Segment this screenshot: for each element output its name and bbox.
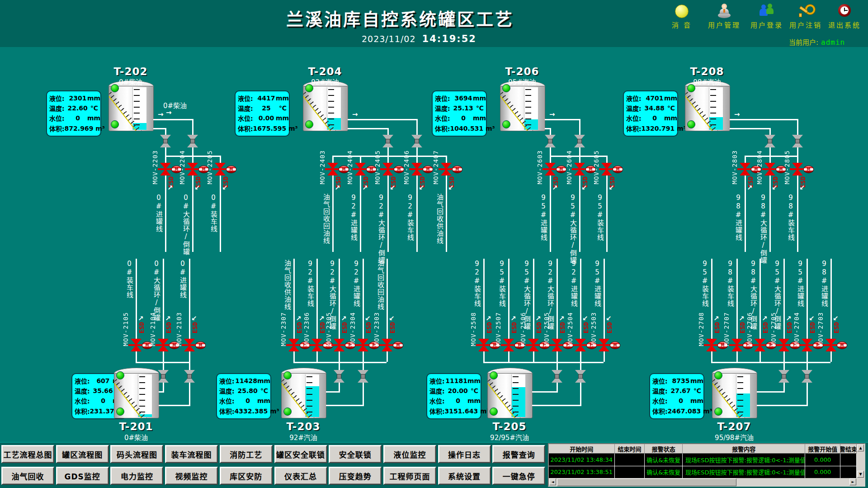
mov-status-indicator[interactable]: M (393, 341, 403, 349)
volume-label: 体积: (219, 407, 235, 416)
tank-title-T-202: T-202 (99, 66, 162, 77)
footer-button-r2-c9[interactable]: 系统设置 (438, 467, 491, 485)
mov-valve-bar (309, 344, 325, 346)
alarm-hscrollbar[interactable]: ◄► (549, 478, 857, 486)
current-user-name: admin (821, 38, 845, 47)
mov-tag-MOV-2708: MOV-2708 (698, 312, 705, 346)
esd-tag: ESD (713, 322, 721, 333)
databox-row-temp: 温度:25.80℃ (219, 386, 268, 396)
mov-valve-bar (599, 168, 614, 170)
mute-button[interactable]: 消 音 (668, 5, 695, 29)
footer-button-r2-c6[interactable]: 仪表汇总 (274, 467, 327, 485)
alarm-vscrollbar[interactable]: ▲▼ (857, 444, 864, 478)
mov-status-indicator[interactable]: M (226, 166, 236, 173)
mov-valve-bar (182, 344, 197, 346)
users-icon (759, 4, 774, 18)
pipe-horizontal (348, 119, 418, 120)
water-label: 水位: (238, 114, 257, 123)
footer-button-r2-c10[interactable]: 一键急停 (492, 467, 545, 485)
volume-value: 1675.595 m³ (253, 125, 298, 132)
page-title: 兰溪油库自控系统罐区工艺 (253, 5, 547, 30)
footer-button-r2-c5[interactable]: 库区安防 (220, 467, 273, 485)
temp-unit: ℃ (258, 387, 268, 394)
level-unit: mm (276, 95, 287, 102)
alarm-row[interactable]: 2023/11/02 13:48:34确认&未恢复现场ESD按钮按下报警:报警逻… (549, 454, 857, 466)
footer-button-r2-c8[interactable]: 工程师页面 (383, 467, 436, 485)
mov-status-indicator[interactable]: M (452, 166, 462, 173)
manual-valve (574, 135, 585, 147)
tank-product-T-207: 95/98#汽油 (703, 432, 766, 442)
tank-T-204 (303, 86, 348, 131)
footer-button-r1-c3[interactable]: 码头流程图 (110, 445, 163, 463)
flow-arrow-icon: ↗ (362, 184, 368, 192)
footer-button-r1-c8[interactable]: 液位监控 (383, 445, 436, 463)
mute-lamp-icon[interactable] (675, 5, 689, 18)
level-label: 液位: (435, 94, 454, 103)
volume-label: 体积: (435, 124, 450, 133)
databox-row-water: 水位:0mm (219, 396, 268, 406)
footer-button-r1-c5[interactable]: 消防工艺 (220, 445, 273, 463)
user-login-button[interactable]: 用户登录 (746, 4, 788, 29)
footer-button-r1-c2[interactable]: 罐区流程图 (56, 445, 109, 463)
tank-status-light-top (714, 371, 722, 379)
current-user: 当前用户:admin (789, 37, 845, 47)
mov-tag-MOV-2204: MOV-2204 (179, 150, 186, 184)
tank-product-T-208: 98#汽油 (675, 77, 739, 86)
scroll-right-button[interactable]: ► (849, 479, 856, 485)
flow-arrow-icon: ↗ (165, 314, 171, 322)
manual-valve-stem (190, 139, 195, 143)
temp-label: 温度: (435, 104, 453, 113)
water-unit: mm (473, 114, 484, 122)
mov-valve-bar (380, 168, 396, 170)
flow-arrow-icon: ↙ (365, 314, 371, 322)
mov-tag-MOV-2303: MOV-2303 (373, 312, 380, 346)
manual-valve (160, 135, 171, 147)
mov-status-indicator[interactable]: M (613, 166, 623, 173)
databox-row-volume: 体积:4332.385 m³ (219, 406, 268, 417)
exit-system-button[interactable]: 退出系统 (824, 4, 865, 29)
temp-unit: ℃ (665, 104, 675, 112)
mov-status-indicator[interactable]: M (837, 341, 847, 349)
manual-valve-stem (161, 374, 165, 379)
user-logout-button[interactable]: 用户注销 (785, 4, 826, 29)
footer-button-r2-c3[interactable]: 电力监控 (110, 467, 163, 485)
footer-button-r1-c4[interactable]: 装车流程图 (165, 445, 218, 463)
footer-button-r1-c9[interactable]: 操作日志 (438, 445, 491, 463)
alarm-row[interactable]: 2023/11/02 13:38:51确认&未恢复现场ESD按钮按下报警:报警逻… (549, 466, 857, 479)
footer-button-r2-c1[interactable]: 油气回收 (1, 467, 54, 485)
footer-button-r2-c4[interactable]: 视频监控 (165, 467, 218, 485)
footer-button-r2-c7[interactable]: 压变趋势 (329, 467, 382, 485)
footer-button-r1-c10[interactable]: 报警查询 (492, 445, 545, 463)
tank-status-light-top (283, 371, 292, 379)
alarm-header-cell: 结束时间 (615, 444, 645, 454)
pipe-horizontal (532, 405, 581, 406)
user-management-button[interactable]: 用户管理 (703, 4, 745, 29)
pipe-horizontal (730, 119, 798, 120)
scroll-left-button[interactable]: ◄ (549, 479, 556, 485)
alarm-cell: 现场ESD按钮按下报警:报警逻辑:0<-1;测量值0 (683, 454, 805, 466)
mov-tag-MOV-2405: MOV-2405 (374, 150, 381, 184)
flow-arrow-icon: ↙ (389, 314, 395, 322)
pipe-line-label: 92#进罐线 (349, 194, 357, 241)
scroll-down-button[interactable]: ▼ (857, 471, 864, 478)
esd-tag: ESD (582, 322, 590, 333)
scroll-up-button[interactable]: ▲ (857, 445, 864, 451)
manual-valve (158, 370, 169, 383)
footer-button-r1-c1[interactable]: 工艺流程总图 (1, 445, 54, 463)
mov-tag-MOV-2603: MOV-2603 (536, 150, 543, 184)
footer-button-r2-c2[interactable]: GDS监控 (56, 467, 109, 485)
pipe-horizontal (348, 128, 389, 129)
flow-arrow-icon: ↗ (486, 314, 491, 322)
hscroll-thumb[interactable] (557, 479, 736, 486)
pipe-line-label: 95#装车线 (498, 260, 505, 307)
mov-status-indicator[interactable]: M (195, 341, 206, 349)
mov-valve-bar (379, 344, 395, 346)
tank-title-T-207: T-207 (703, 421, 766, 432)
mov-status-indicator[interactable]: M (556, 166, 566, 173)
mov-status-indicator[interactable]: M (423, 166, 433, 173)
mov-status-indicator[interactable]: M (803, 166, 814, 173)
footer-button-r1-c6[interactable]: 罐区安全联锁 (274, 445, 327, 463)
tank-status-light-bottom (714, 407, 722, 416)
footer-button-r1-c7[interactable]: 安全联锁 (329, 445, 382, 463)
mov-status-indicator[interactable]: M (610, 341, 620, 349)
